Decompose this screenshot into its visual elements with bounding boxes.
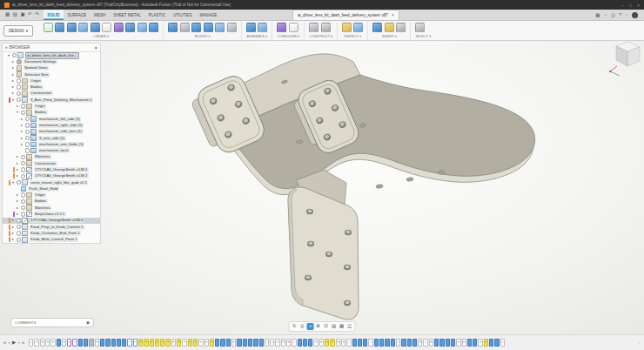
timeline-feature[interactable]: [57, 339, 61, 347]
tree-arrow-icon[interactable]: ▸: [20, 130, 23, 133]
job-status-icon[interactable]: ◷: [611, 12, 615, 17]
visibility-eye-icon[interactable]: [17, 84, 21, 89]
timeline-feature[interactable]: ▪: [72, 339, 77, 347]
timeline-feature[interactable]: +: [462, 339, 466, 347]
timeline-feature[interactable]: [215, 339, 219, 347]
browser-row[interactable]: ▾Bodies: [3, 110, 100, 116]
toolbar-group-label[interactable]: CREATE ▾: [44, 33, 159, 38]
shell-icon[interactable]: [191, 23, 201, 32]
insert-mesh-icon[interactable]: [396, 23, 406, 32]
browser-row[interactable]: ▸mechanism_right_side (1): [3, 122, 100, 128]
workspace-selector-button[interactable]: DESIGN ▾: [3, 25, 33, 37]
timeline-feature[interactable]: [308, 339, 312, 347]
timeline-feature[interactable]: ○: [265, 339, 269, 347]
tree-arrow-icon[interactable]: ▸: [11, 225, 15, 229]
browser-row[interactable]: ▸Knob_Multi_Control_Point 1: [3, 237, 100, 243]
tree-arrow-icon[interactable]: ▸: [11, 60, 15, 64]
tree-arrow-icon[interactable]: ▸: [20, 118, 23, 121]
timeline-feature[interactable]: [451, 339, 455, 347]
timeline-feature[interactable]: ▪: [177, 339, 181, 347]
notifications-icon[interactable]: ◔: [604, 12, 607, 17]
tree-arrow-icon[interactable]: ▸: [16, 162, 19, 165]
tree-arrow-icon[interactable]: ▾: [11, 98, 15, 102]
timeline-feature[interactable]: [446, 339, 450, 347]
timeline-feature[interactable]: ○: [500, 339, 505, 347]
timeline-feature[interactable]: ○: [346, 339, 351, 347]
minimize-button[interactable]: –: [621, 3, 624, 8]
browser-row[interactable]: ▸Origin: [3, 77, 100, 84]
timeline-feature[interactable]: ▪: [144, 339, 148, 347]
tree-arrow-icon[interactable]: ▸: [20, 137, 23, 140]
timeline-feature[interactable]: +: [286, 339, 291, 347]
browser-row[interactable]: ▸Food_Prep_to_Knob_Content 1: [3, 224, 100, 230]
timeline-feature[interactable]: ▪: [127, 339, 131, 347]
timeline-feature[interactable]: [78, 339, 83, 347]
toolbar-group-label[interactable]: CONFIGURE ▾: [277, 33, 299, 38]
timeline-feature[interactable]: [473, 339, 477, 347]
visibility-eye-icon[interactable]: [21, 161, 25, 165]
timeline-end-marker[interactable]: ◦: [639, 340, 641, 346]
visibility-eye-icon[interactable]: [25, 117, 30, 121]
tree-arrow-icon[interactable]: ▸: [11, 66, 15, 70]
timeline-feature[interactable]: [84, 339, 88, 347]
tree-arrow-icon[interactable]: ▸: [11, 232, 15, 235]
browser-row[interactable]: ▸Knob_Customer_End_Point 1: [3, 230, 100, 236]
timeline-feature[interactable]: [89, 339, 93, 347]
tree-arrow-icon[interactable]: ▾: [16, 111, 19, 114]
timeline-feature[interactable]: +: [34, 339, 38, 347]
loft-icon[interactable]: [91, 23, 100, 32]
close-button[interactable]: ×: [637, 3, 640, 8]
visibility-eye-icon[interactable]: [17, 225, 21, 229]
workspace-tab-mesh[interactable]: MESH: [91, 10, 110, 20]
browser-row[interactable]: ▾ai_driver_lens_kit_dash_fee...: [3, 52, 100, 58]
timeline-feature[interactable]: +: [456, 339, 460, 347]
tree-arrow-icon[interactable]: ▾: [7, 54, 10, 57]
timeline-feature[interactable]: +: [182, 339, 186, 347]
visibility-eye-icon[interactable]: [21, 205, 25, 210]
zoom-icon[interactable]: ⊕: [315, 323, 322, 330]
timeline-feature[interactable]: ○: [29, 339, 33, 347]
visibility-eye-icon[interactable]: [21, 192, 25, 197]
construct-axis-icon[interactable]: [321, 23, 331, 32]
tree-arrow-icon[interactable]: ▸: [16, 199, 19, 203]
timeline-feature[interactable]: ▪: [330, 339, 334, 347]
timeline-feature[interactable]: ▪: [193, 339, 198, 347]
tree-arrow-icon[interactable]: ▸: [11, 85, 15, 89]
tree-arrow-icon[interactable]: ▸: [16, 168, 19, 172]
form-icon[interactable]: [114, 23, 124, 32]
grid-icon[interactable]: ▦: [339, 323, 345, 330]
timeline-feature[interactable]: ▪: [160, 339, 164, 347]
fit-icon[interactable]: ⊡: [323, 323, 330, 330]
visibility-eye-icon[interactable]: [17, 78, 21, 83]
coil-icon[interactable]: [102, 23, 111, 32]
browser-row[interactable]: ▸Bodies: [3, 84, 100, 90]
timeline-feature[interactable]: [379, 339, 384, 347]
play-button[interactable]: ▶: [12, 340, 16, 346]
close-tab-icon[interactable]: ×: [392, 13, 394, 18]
visibility-eye-icon[interactable]: [21, 104, 25, 108]
browser-row[interactable]: ▸Selection Sets: [3, 71, 100, 77]
save-icon[interactable]: ▣: [20, 12, 24, 17]
browser-row[interactable]: ▸NinjaClaws v1.1:1: [3, 211, 100, 217]
browser-row[interactable]: ▸mechanism_left_side (1): [3, 116, 100, 122]
timeline-feature[interactable]: +: [281, 339, 285, 347]
workspace-tab-manage[interactable]: MANAGE: [196, 10, 221, 20]
step-forward-button[interactable]: ›: [18, 340, 20, 346]
visibility-eye-icon[interactable]: [25, 136, 30, 140]
boundary-fill-icon[interactable]: [125, 23, 135, 32]
file-new-icon[interactable]: ▤: [13, 12, 17, 17]
browser-row[interactable]: ▸mechanism_side_lens (1): [3, 129, 100, 135]
toolbar-group-label[interactable]: ASSEMBLE ▾: [246, 33, 268, 38]
workspace-tab-solid[interactable]: SOLID: [44, 10, 64, 20]
visibility-eye-icon[interactable]: [21, 212, 25, 216]
decal-icon[interactable]: [385, 23, 394, 32]
orbit-icon[interactable]: ↻: [292, 323, 299, 330]
display-settings-icon[interactable]: ▤: [331, 323, 338, 330]
tree-arrow-icon[interactable]: ▸: [11, 219, 15, 222]
tree-arrow-icon[interactable]: ▾: [11, 181, 15, 185]
timeline-feature[interactable]: ○: [396, 339, 400, 347]
timeline-feature[interactable]: ○: [292, 339, 296, 347]
section-analysis-icon[interactable]: [353, 23, 363, 32]
timeline-feature[interactable]: [303, 339, 307, 347]
visibility-eye-icon[interactable]: [21, 111, 25, 115]
